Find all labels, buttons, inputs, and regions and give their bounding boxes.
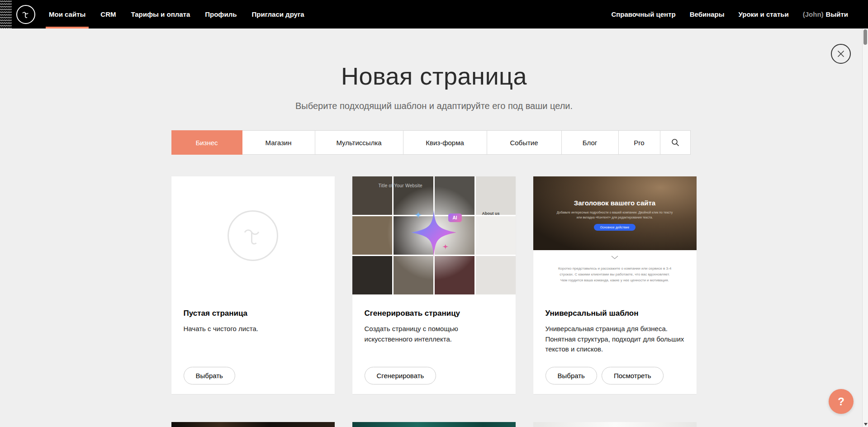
nav-item-label: Пригласи друга — [251, 10, 304, 18]
tilda-logo[interactable] — [16, 5, 35, 24]
close-button[interactable] — [831, 44, 851, 64]
close-icon — [837, 50, 845, 58]
nav-item-webinars[interactable]: Вебинары — [690, 0, 725, 28]
ai-badge: AI — [448, 214, 462, 222]
nav-item-label: Вебинары — [690, 10, 725, 18]
preview-template-button[interactable]: Посмотреть — [602, 367, 664, 384]
tab-quiz-form[interactable]: Квиз-форма — [403, 130, 487, 155]
tab-blog[interactable]: Блог — [561, 130, 619, 155]
nav-item-label: Тарифы и оплата — [131, 10, 190, 18]
navbar-right-menu: Справочный центр Вебинары Уроки и статьи… — [611, 0, 868, 28]
card-description: Универсальная страница для бизнеса. Поня… — [545, 324, 684, 355]
tab-label: Квиз-форма — [426, 139, 464, 147]
template-cards-row-2 — [171, 422, 697, 427]
navbar-left-menu: Мои сайты CRM Тарифы и оплата Профиль Пр… — [49, 0, 304, 28]
card-title: Универсальный шаблон — [545, 309, 684, 318]
page-title: Новая страница — [0, 28, 868, 90]
universal-template-preview[interactable]: Заголовок вашего сайта Добавьте интересн… — [533, 176, 697, 294]
logout-label: Выйти — [826, 10, 848, 18]
tab-multilink[interactable]: Мультиссылка — [315, 130, 403, 155]
generate-button[interactable]: Сгенерировать — [365, 367, 436, 384]
select-blank-button[interactable]: Выбрать — [184, 367, 235, 384]
card-blank-page: Пустая страница Начать с чистого листа. … — [171, 176, 335, 394]
card-description: Создать страницу с помощью искусственног… — [365, 324, 503, 344]
page-subtitle: Выберите подходящий шаблон и адаптируйте… — [0, 101, 868, 111]
card-universal-template: Заголовок вашего сайта Добавьте интересн… — [533, 176, 697, 394]
template-hero-button: Основное действие — [594, 224, 636, 231]
nav-item-invite-friend[interactable]: Пригласи друга — [251, 0, 304, 28]
tab-label: Бизнес — [195, 139, 218, 147]
template-hero-subtitle: Добавьте интересные подробности о вашей … — [554, 210, 675, 220]
nav-item-label: CRM — [100, 10, 116, 18]
tab-label: Событие — [510, 139, 538, 147]
tab-search[interactable] — [660, 130, 691, 155]
tab-label: Блог — [583, 139, 597, 147]
template-cards-row: Пустая страница Начать с чистого листа. … — [171, 176, 697, 394]
template-body-text: Коротко представьтесь и расскажите о ком… — [556, 266, 674, 283]
nav-item-tariffs[interactable]: Тарифы и оплата — [131, 0, 190, 28]
tilda-watermark-icon — [228, 210, 278, 261]
nav-item-logout[interactable]: (John) Выйти — [803, 0, 848, 28]
ai-generate-preview[interactable]: Title of Your Website About us AI — [352, 176, 516, 294]
scroll-down-arrow[interactable] — [864, 423, 868, 426]
zigzag-pattern-decoration — [0, 0, 12, 28]
nav-item-help-center[interactable]: Справочный центр — [611, 0, 675, 28]
tab-label: Мультиссылка — [336, 139, 381, 147]
scrollbar[interactable] — [862, 28, 868, 427]
template-card-partial — [171, 422, 335, 427]
card-title: Сгенерировать страницу — [365, 309, 503, 318]
search-icon — [671, 138, 680, 147]
nav-item-my-sites[interactable]: Мои сайты — [49, 0, 85, 28]
user-name: (John) — [803, 10, 824, 18]
tab-label: Магазин — [266, 139, 292, 147]
template-card-partial — [352, 422, 516, 427]
scrollbar-thumb[interactable] — [863, 29, 867, 45]
template-card-partial — [533, 422, 697, 427]
template-hero: Заголовок вашего сайта Добавьте интересн… — [533, 176, 697, 250]
tab-business[interactable]: Бизнес — [171, 130, 242, 155]
template-category-tabs: Бизнес Магазин Мультиссылка Квиз-форма С… — [171, 130, 697, 155]
tab-shop[interactable]: Магазин — [242, 130, 315, 155]
chevron-down-icon — [533, 253, 697, 261]
blank-page-preview — [171, 176, 335, 294]
nav-item-label: Справочный центр — [611, 10, 675, 18]
nav-item-label: Профиль — [205, 10, 237, 18]
card-title: Пустая страница — [184, 309, 323, 318]
top-navbar: Мои сайты CRM Тарифы и оплата Профиль Пр… — [0, 0, 868, 28]
card-description: Начать с чистого листа. — [184, 324, 323, 334]
tab-label: Pro — [634, 139, 644, 147]
help-button[interactable]: ? — [829, 389, 854, 414]
nav-item-profile[interactable]: Профиль — [205, 0, 237, 28]
tab-pro[interactable]: Pro — [618, 130, 660, 155]
template-hero-title: Заголовок вашего сайта — [533, 176, 697, 207]
tab-event[interactable]: Событие — [487, 130, 562, 155]
select-template-button[interactable]: Выбрать — [545, 367, 597, 384]
card-ai-generate: Title of Your Website About us AI — [352, 176, 516, 394]
tilda-logo-icon — [20, 9, 31, 20]
nav-item-crm[interactable]: CRM — [100, 0, 116, 28]
nav-item-lessons[interactable]: Уроки и статьи — [739, 0, 789, 28]
nav-item-label: Мои сайты — [49, 10, 85, 18]
nav-item-label: Уроки и статьи — [739, 10, 789, 18]
